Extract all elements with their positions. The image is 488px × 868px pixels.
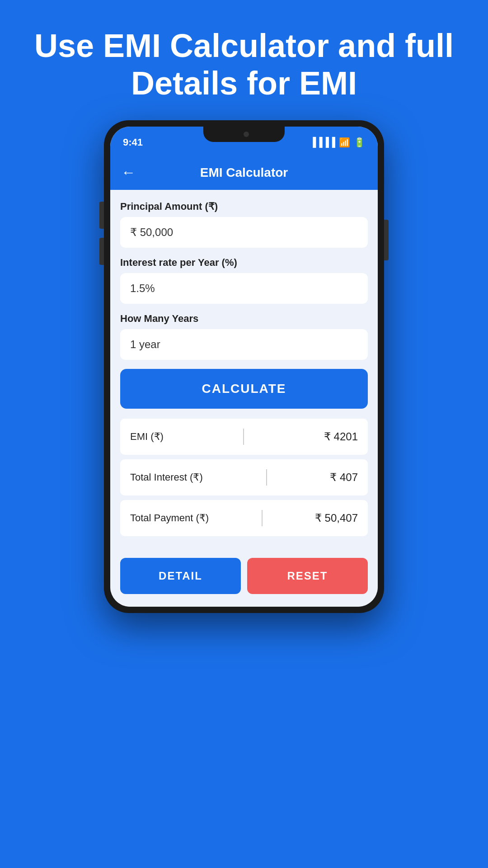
signal-icon: ▐▐▐▐ [310,137,335,147]
volume-down-button [99,238,104,265]
result-divider-1 [243,429,244,445]
years-input[interactable]: 1 year [120,329,368,360]
content-area: Principal Amount (₹) ₹ 50,000 Interest r… [110,190,378,552]
payment-result-row: Total Payment (₹) ₹ 50,407 [120,500,368,536]
phone-screen: 9:41 ▐▐▐▐ 📶 🔋 ← EMI Calculator Principal… [110,127,378,607]
battery-icon: 🔋 [354,137,365,148]
years-group: How Many Years 1 year [120,313,368,360]
years-label: How Many Years [120,313,368,325]
app-header: ← EMI Calculator [110,158,378,190]
emi-result-row: EMI (₹) ₹ 4201 [120,419,368,455]
time-display: 9:41 [123,137,143,148]
interest-group: Interest rate per Year (%) 1.5% [120,257,368,304]
back-button[interactable]: ← [121,164,136,181]
reset-button[interactable]: RESET [247,558,368,594]
wifi-icon: 📶 [339,137,350,148]
total-interest-label: Total Interest (₹) [130,472,203,483]
notch [203,127,285,142]
emi-value: ₹ 4201 [324,430,358,443]
interest-result-row: Total Interest (₹) ₹ 407 [120,459,368,495]
interest-input[interactable]: 1.5% [120,273,368,304]
app-title: EMI Calculator [200,165,288,180]
phone-frame: 9:41 ▐▐▐▐ 📶 🔋 ← EMI Calculator Principal… [104,120,384,613]
principal-label: Principal Amount (₹) [120,201,368,212]
status-icons: ▐▐▐▐ 📶 🔋 [310,137,365,148]
front-camera-icon [244,132,249,137]
bottom-buttons: DETAIL RESET [110,552,378,607]
principal-group: Principal Amount (₹) ₹ 50,000 [120,201,368,248]
emi-label: EMI (₹) [130,431,164,443]
total-interest-value: ₹ 407 [330,471,358,484]
total-payment-label: Total Payment (₹) [130,512,209,524]
interest-label: Interest rate per Year (%) [120,257,368,269]
principal-input[interactable]: ₹ 50,000 [120,217,368,248]
result-divider-2 [266,469,267,486]
status-bar: 9:41 ▐▐▐▐ 📶 🔋 [110,127,378,158]
volume-up-button [99,202,104,229]
result-divider-3 [262,510,263,526]
power-button [384,220,389,260]
detail-button[interactable]: DETAIL [120,558,241,594]
header-text: Use EMI Calculator and full Details for … [0,0,488,120]
calculate-button[interactable]: CALCULATE [120,369,368,409]
total-payment-value: ₹ 50,407 [315,512,358,524]
